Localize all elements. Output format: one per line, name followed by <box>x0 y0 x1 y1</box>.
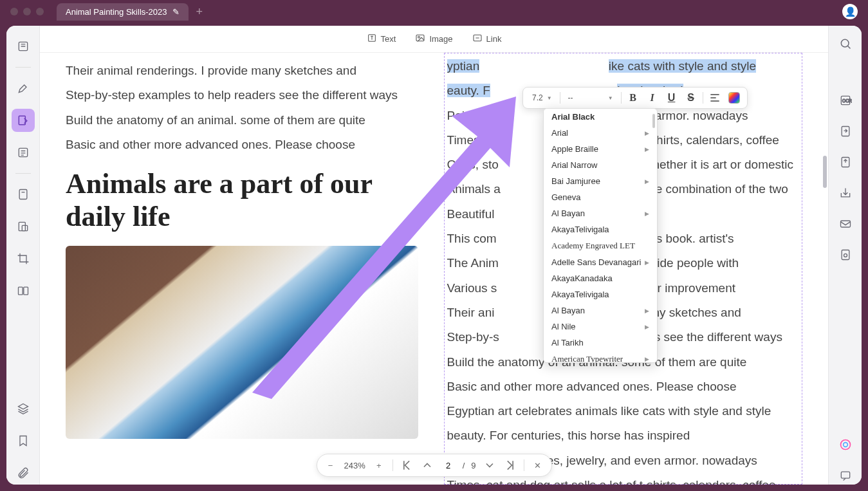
ocr-button[interactable]: OCR <box>836 91 854 109</box>
font-option[interactable]: Geneva <box>544 189 657 205</box>
page-total: 9 <box>471 461 476 470</box>
body-text: Basic and other more advanced ones. Plea… <box>447 376 800 397</box>
layers-tool[interactable] <box>12 397 35 420</box>
share-button[interactable] <box>836 184 854 202</box>
text-color-button[interactable] <box>725 89 743 107</box>
svg-rect-5 <box>22 225 27 230</box>
protect-button[interactable] <box>836 246 854 264</box>
scrollbar[interactable] <box>822 53 828 485</box>
font-option[interactable]: Al Tarikh <box>544 335 657 351</box>
first-page-button[interactable] <box>400 458 414 472</box>
crop-tool[interactable] <box>12 247 35 270</box>
body-text: beauty. For centuries, this horse has in… <box>447 425 800 446</box>
font-option[interactable]: AkayaTelivigala <box>544 221 657 237</box>
font-size-select[interactable]: 7.2▼ <box>527 89 557 106</box>
font-option[interactable]: Arial Narrow <box>544 157 657 173</box>
search-button[interactable] <box>836 35 854 53</box>
export-button[interactable] <box>836 153 854 171</box>
user-avatar[interactable]: 👤 <box>842 4 858 19</box>
chevron-right-icon: ▶ <box>645 308 649 314</box>
app-frame: Text Image Link Their animal renderings.… <box>6 26 862 485</box>
convert-button[interactable] <box>836 122 854 140</box>
font-family-select[interactable]: --▼ <box>563 89 618 106</box>
font-option[interactable]: Al Bayan▶ <box>544 205 657 221</box>
compare-tool[interactable] <box>12 279 35 302</box>
font-option[interactable]: American Typewriter▶ <box>544 351 657 363</box>
zoom-in-button[interactable]: + <box>372 458 386 472</box>
insert-link-label: Link <box>486 34 502 44</box>
page-tool[interactable] <box>12 183 35 206</box>
close-pagebar-button[interactable]: ✕ <box>531 458 545 472</box>
page-canvas[interactable]: Their animal renderings. I provide many … <box>40 53 828 485</box>
pencil-icon: ✎ <box>172 7 180 17</box>
form-tool[interactable] <box>12 141 35 164</box>
zoom-out-button[interactable]: − <box>323 458 337 472</box>
chevron-down-icon: ▼ <box>547 95 552 101</box>
comments-button[interactable] <box>836 467 854 485</box>
redact-tool[interactable] <box>12 215 35 238</box>
strikethrough-button[interactable]: S <box>682 89 700 107</box>
font-option[interactable]: Al Bayan▶ <box>544 302 657 319</box>
right-toolbar: OCR <box>828 26 862 485</box>
svg-rect-23 <box>841 472 849 478</box>
text-icon <box>367 33 377 45</box>
minimize-window-dot[interactable] <box>23 8 31 15</box>
font-option[interactable]: Arial Black <box>544 109 657 125</box>
text-format-toolbar: 7.2▼ --▼ B I U S <box>522 87 748 109</box>
next-page-button[interactable] <box>483 458 497 472</box>
body-text: Their animal renderings. I provide many … <box>66 60 418 81</box>
svg-rect-9 <box>416 35 424 41</box>
prev-page-button[interactable] <box>420 458 434 472</box>
chevron-right-icon: ▶ <box>645 130 649 136</box>
reader-tool[interactable] <box>12 35 35 58</box>
chevron-right-icon: ▶ <box>645 356 649 362</box>
svg-rect-6 <box>18 287 23 295</box>
font-option[interactable]: Adelle Sans Devanagari▶ <box>544 254 657 270</box>
body-text: Build the anatomy of an animal. some of … <box>66 110 418 131</box>
dropdown-scrollbar[interactable] <box>652 114 655 128</box>
page-separator: / <box>463 461 465 470</box>
document-tab[interactable]: Animal Painting Skills-2023 ✎ <box>57 3 189 21</box>
chevron-right-icon: ▶ <box>645 259 649 266</box>
chevron-right-icon: ▶ <box>645 210 649 217</box>
last-page-button[interactable] <box>503 458 517 472</box>
article-image <box>66 246 418 439</box>
email-button[interactable] <box>836 215 854 233</box>
page-input[interactable] <box>441 461 456 470</box>
font-option[interactable]: AkayaKanadaka <box>544 270 657 286</box>
left-toolbar <box>6 26 40 485</box>
italic-button[interactable]: I <box>643 89 661 107</box>
underline-button[interactable]: U <box>663 89 681 107</box>
attachment-tool[interactable] <box>12 461 35 485</box>
svg-rect-3 <box>19 190 27 199</box>
svg-point-20 <box>844 254 847 257</box>
font-option[interactable]: Apple Braille▶ <box>544 141 657 157</box>
chevron-down-icon: ▼ <box>608 95 613 101</box>
insert-text-label: Text <box>381 34 396 44</box>
page-navigation-bar: − 243% + / 9 ✕ <box>316 454 551 477</box>
text-edit-tool[interactable] <box>12 109 35 132</box>
insert-text-button[interactable]: Text <box>367 33 396 45</box>
window-titlebar: Animal Painting Skills-2023 ✎ + 👤 <box>0 0 868 23</box>
font-option[interactable]: Al Nile▶ <box>544 319 657 335</box>
ai-button[interactable] <box>836 436 854 454</box>
insert-image-button[interactable]: Image <box>415 33 452 45</box>
zoom-level: 243% <box>344 461 365 470</box>
chevron-right-icon: ▶ <box>645 178 649 185</box>
insert-link-button[interactable]: Link <box>472 33 502 45</box>
bold-button[interactable]: B <box>624 89 642 107</box>
font-option[interactable]: Academy Engraved LET <box>544 237 657 254</box>
font-option[interactable]: AkayaTelivigala <box>544 286 657 302</box>
close-window-dot[interactable] <box>10 8 18 15</box>
font-option[interactable]: Bai Jamjuree▶ <box>544 173 657 189</box>
new-tab-button[interactable]: + <box>196 5 203 19</box>
svg-point-21 <box>840 440 850 450</box>
heading: Animals are a part of our daily life <box>66 168 418 233</box>
font-option[interactable]: Arial▶ <box>544 125 657 141</box>
align-button[interactable] <box>706 89 724 107</box>
svg-rect-16 <box>842 127 849 136</box>
maximize-window-dot[interactable] <box>36 8 44 15</box>
highlight-tool[interactable] <box>12 77 35 100</box>
svg-rect-7 <box>23 287 28 295</box>
bookmark-tool[interactable] <box>12 429 35 452</box>
